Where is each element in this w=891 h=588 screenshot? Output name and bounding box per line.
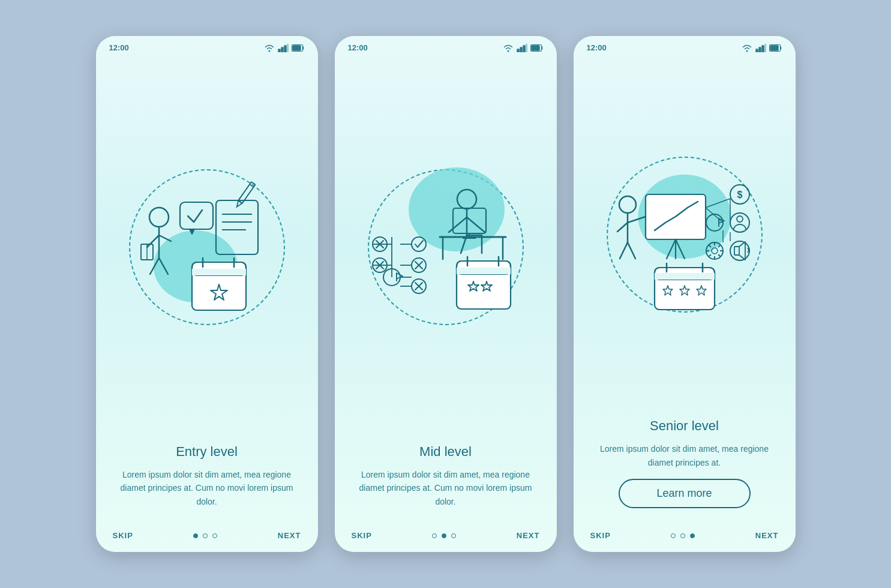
screen-title-3: Senior level: [590, 418, 779, 434]
status-icons-2: [503, 44, 544, 52]
dots-1: [193, 533, 217, 538]
svg-rect-100: [734, 247, 739, 255]
svg-line-11: [159, 258, 168, 274]
dot-3-2: [680, 533, 685, 538]
screen-mid-level: 12:00: [335, 36, 557, 552]
svg-point-99: [730, 241, 749, 260]
entry-level-illustration: [123, 169, 291, 325]
svg-rect-1: [281, 47, 283, 52]
skip-label-2[interactable]: SKIP: [352, 531, 372, 540]
bottom-nav-1: SKIP NEXT: [96, 525, 318, 552]
screen-text-1: Lorem ipsum dolor sit dim amet, mea regi…: [113, 468, 301, 508]
svg-rect-34: [532, 46, 539, 50]
dot-1-3: [212, 533, 217, 538]
learn-more-button[interactable]: Learn more: [619, 479, 751, 508]
svg-line-38: [467, 217, 485, 232]
svg-rect-30: [520, 47, 522, 52]
senior-level-illustration: $: [595, 154, 775, 316]
svg-line-86: [667, 239, 676, 259]
signal-icon-3: [755, 44, 766, 52]
svg-rect-32: [526, 44, 527, 52]
svg-line-94: [628, 242, 635, 259]
screen-text-2: Lorem ipsum dolor sit dim amet, mea regi…: [352, 468, 540, 508]
content-area-3: Senior level Lorem ipsum dolor sit dim a…: [574, 413, 796, 525]
svg-line-113: [709, 254, 711, 257]
svg-rect-2: [284, 46, 286, 52]
bottom-nav-3: SKIP NEXT: [574, 525, 796, 552]
dot-1-2: [203, 533, 208, 538]
wifi-icon-1: [264, 44, 275, 52]
signal-icon-2: [517, 44, 527, 52]
status-time-2: 12:00: [348, 43, 368, 52]
skip-label-3[interactable]: SKIP: [590, 531, 611, 540]
svg-rect-79: [756, 49, 758, 52]
status-bar-1: 12:00: [96, 36, 318, 56]
wifi-icon-3: [742, 44, 752, 52]
svg-rect-31: [523, 46, 525, 52]
next-label-3[interactable]: NEXT: [755, 531, 779, 540]
mid-level-illustration: [356, 166, 536, 328]
svg-rect-0: [278, 49, 280, 52]
status-bar-2: 12:00: [335, 36, 557, 56]
status-icons-3: [742, 44, 782, 52]
signal-icon-1: [278, 44, 289, 52]
dot-2-3: [451, 533, 456, 538]
status-icons-1: [264, 44, 305, 52]
svg-rect-121: [655, 273, 715, 280]
svg-line-10: [150, 258, 159, 274]
status-bar-3: 12:00: [574, 36, 796, 56]
svg-point-89: [619, 196, 636, 213]
svg-rect-3: [287, 44, 289, 52]
dot-1-1: [193, 533, 198, 538]
dot-2-2: [442, 533, 446, 538]
battery-icon-3: [769, 44, 782, 52]
svg-line-92: [617, 223, 628, 232]
svg-rect-74: [457, 268, 511, 274]
svg-point-57: [412, 237, 426, 251]
svg-line-93: [620, 242, 628, 259]
screen-entry-level: 12:00: [96, 36, 318, 552]
svg-point-35: [457, 190, 476, 209]
svg-rect-25: [192, 269, 246, 275]
dot-2-1: [432, 533, 437, 538]
wifi-icon-2: [503, 44, 514, 52]
illustration-area-3: $: [574, 56, 796, 413]
illustration-area-2: [335, 56, 557, 439]
svg-point-105: [712, 248, 718, 254]
svg-point-98: [737, 216, 743, 222]
svg-line-91: [628, 217, 646, 223]
screen-title-2: Mid level: [352, 444, 540, 460]
battery-icon-2: [530, 44, 544, 52]
dot-3-3: [690, 533, 695, 538]
skip-label-1[interactable]: SKIP: [113, 531, 133, 540]
svg-line-110: [709, 245, 711, 247]
screen-title-1: Entry level: [113, 444, 301, 460]
svg-line-9: [159, 235, 171, 241]
svg-line-115: [706, 208, 723, 223]
bottom-nav-2: SKIP NEXT: [335, 525, 557, 552]
battery-icon-1: [292, 44, 305, 52]
svg-rect-80: [759, 47, 761, 52]
dots-2: [432, 533, 456, 538]
status-time-1: 12:00: [109, 43, 129, 52]
svg-rect-14: [180, 202, 213, 229]
svg-line-87: [676, 239, 685, 259]
svg-rect-16: [216, 200, 258, 254]
content-area-1: Entry level Lorem ipsum dolor sit dim am…: [96, 439, 318, 525]
screen-text-3: Lorem ipsum dolor sit dim amet, mea regi…: [590, 442, 779, 469]
svg-line-114: [706, 199, 730, 208]
next-label-2[interactable]: NEXT: [517, 531, 540, 540]
svg-rect-29: [517, 49, 519, 52]
svg-text:$: $: [737, 190, 742, 200]
status-time-3: 12:00: [587, 43, 607, 52]
illustration-area-1: [96, 56, 318, 439]
svg-line-22: [250, 185, 254, 188]
svg-point-6: [149, 208, 169, 227]
next-label-1[interactable]: NEXT: [278, 531, 301, 540]
svg-rect-82: [765, 44, 766, 52]
svg-marker-15: [189, 229, 195, 235]
svg-line-37: [449, 217, 467, 232]
svg-rect-81: [762, 46, 764, 52]
dot-3-1: [671, 533, 676, 538]
svg-rect-5: [293, 46, 301, 50]
